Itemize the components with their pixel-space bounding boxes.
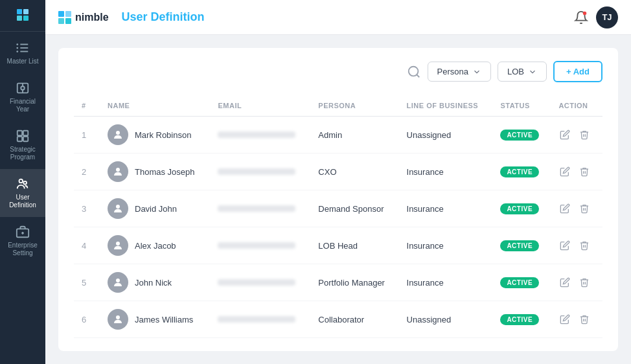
row-lob: Unassigned [399,301,493,338]
enterprise-setting-icon [16,225,30,239]
table-header-row: # NAME EMAIL PERSONA LINE OF BUSINESS ST… [74,95,602,117]
svg-point-25 [116,242,120,245]
status-badge: ACTIVE [500,314,539,325]
user-avatar [108,161,128,182]
row-email [210,264,310,301]
main-card: Persona LOB + Add # [58,48,618,351]
table-row: 6James WilliamsCollaboratorUnassignedACT… [74,301,602,338]
row-action [551,227,602,264]
delete-button[interactable] [578,313,591,326]
svg-point-24 [116,205,120,209]
row-name: David John [100,190,210,227]
user-avatar [108,309,128,330]
sidebar-item-strategic-program[interactable]: StrategicProgram [0,121,45,169]
row-action [551,190,602,227]
row-status: ACTIVE [492,301,551,338]
sidebar-item-master-list[interactable]: Master List [0,33,45,73]
user-avatar [108,235,128,256]
row-status: ACTIVE [492,227,551,264]
row-persona: Portfolio Manager [310,264,398,301]
trash-icon [579,203,590,214]
table-row: 3David JohnDemand SponsorInsuranceACTIVE [74,190,602,227]
edit-button[interactable] [558,128,571,141]
status-badge: ACTIVE [500,166,539,177]
row-email [210,190,310,227]
row-name: James Williams [100,301,210,338]
edit-button[interactable] [558,202,571,215]
email-blur [218,316,295,323]
row-email [210,154,310,190]
financial-year-icon [16,81,30,95]
svg-point-20 [408,66,418,76]
row-name: Alex Jacob [100,227,210,264]
row-email [210,117,310,154]
email-blur [218,168,295,175]
trash-icon [579,130,590,140]
col-num: # [74,95,100,117]
user-avatar-button[interactable]: TJ [596,6,618,28]
edit-icon [560,240,570,251]
user-avatar [108,198,128,219]
svg-rect-13 [23,137,28,141]
svg-rect-11 [23,131,28,135]
status-badge: ACTIVE [500,277,539,288]
sidebar-item-label-financial-year: FinancialYear [10,98,36,113]
sidebar-item-financial-year[interactable]: FinancialYear [0,73,45,121]
row-num: 4 [74,227,100,264]
row-name: John Nick [100,264,210,301]
row-num: 2 [74,154,100,190]
persona-filter-button[interactable]: Persona [428,62,491,82]
row-num: 6 [74,301,100,338]
topbar-logo-text: nimble [75,12,109,23]
user-avatar [108,124,128,145]
col-persona: PERSONA [310,95,398,117]
row-lob: Insurance [399,227,493,264]
row-name: Mark Robinson [100,117,210,154]
row-status: ACTIVE [492,190,551,227]
search-icon [407,65,421,79]
col-email: EMAIL [210,95,310,117]
svg-point-23 [116,168,120,172]
delete-button[interactable] [578,276,591,289]
topbar: nimble User Definition TJ [45,0,631,35]
persona-chevron-icon [472,67,481,76]
delete-button[interactable] [578,202,591,215]
sidebar-item-user-definition[interactable]: UserDefinition [0,169,45,217]
delete-button[interactable] [578,239,591,252]
user-icon [112,277,124,288]
edit-button[interactable] [558,313,571,326]
sidebar-item-enterprise-setting[interactable]: EnterpriseSetting [0,217,45,265]
edit-icon [560,166,570,177]
edit-button[interactable] [558,165,571,178]
user-definition-icon [16,177,30,191]
row-action [551,301,602,338]
row-status: ACTIVE [492,264,551,301]
sidebar-item-label-user-definition: UserDefinition [9,194,36,209]
users-table: # NAME EMAIL PERSONA LINE OF BUSINESS ST… [74,95,602,338]
add-button[interactable]: + Add [553,61,602,82]
topbar-logo: nimble [58,11,109,24]
svg-point-26 [116,279,120,282]
row-action [551,154,602,190]
delete-button[interactable] [578,165,591,178]
delete-button[interactable] [578,128,591,141]
edit-button[interactable] [558,239,571,252]
svg-rect-10 [17,131,22,135]
user-icon [112,313,124,325]
user-icon [112,166,124,177]
row-lob: Insurance [399,190,493,227]
user-avatar [108,272,128,293]
status-badge: ACTIVE [500,130,539,141]
row-action [551,117,602,154]
trash-icon [579,240,590,251]
row-persona: Admin [310,117,398,154]
notification-button[interactable] [574,10,588,25]
svg-point-22 [116,131,120,135]
svg-point-15 [23,181,27,185]
row-status: ACTIVE [492,117,551,154]
edit-button[interactable] [558,276,571,289]
lob-filter-button[interactable]: LOB [498,62,547,82]
row-persona: LOB Head [310,227,398,264]
sidebar-logo [0,0,45,30]
row-lob: Insurance [399,264,493,301]
